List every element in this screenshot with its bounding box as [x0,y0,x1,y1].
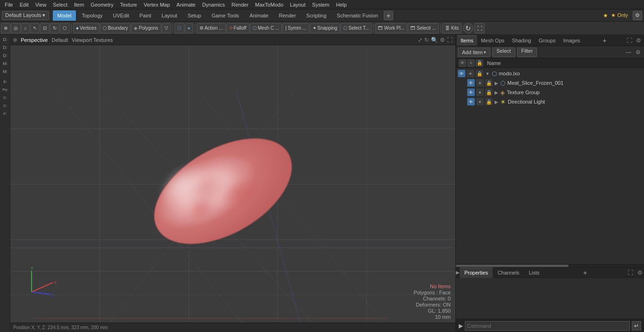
menu-render[interactable]: Render [229,1,251,8]
menu-vertex-map[interactable]: Vertex Map [141,1,173,8]
items-collapse-icon[interactable]: — [624,48,633,57]
tab-channels[interactable]: Channels [493,267,524,278]
texture-render-icon[interactable]: 🔒 [485,89,493,96]
add-lower-tab-button[interactable]: + [581,269,589,276]
vis-icon-2[interactable]: + [467,59,475,67]
menu-edit[interactable]: Edit [17,1,32,8]
menu-maxtomodo[interactable]: MaxToModo [252,1,286,8]
panel-settings-icon[interactable]: ⚙ [635,36,643,45]
meat-lock-icon[interactable]: + [476,79,484,87]
tab-properties[interactable]: Properties [460,267,493,278]
tab-lists[interactable]: Lists [524,267,545,278]
tab-schematic-fusion[interactable]: Schematic Fusion [332,10,382,21]
sidebar-item-4[interactable]: M: [0,68,10,75]
tab-groups[interactable]: Groups [535,35,559,46]
tab-images[interactable]: Images [560,35,584,46]
menu-file[interactable]: File [2,1,16,8]
viewport-icon-zoom[interactable]: 🔍 [431,37,438,43]
command-submit-button[interactable]: ↵ [632,321,641,331]
vertices-button[interactable]: ● ⬜ VerticesVertices [73,23,99,33]
falloff-button[interactable]: ⟳ Falloff [226,23,249,33]
panel-expand-icon[interactable]: ⛶ [625,36,634,45]
tab-uvedit[interactable]: UVEdit [108,10,134,21]
sidebar-item-8[interactable]: C: [0,102,10,109]
menu-dynamics[interactable]: Dynamics [199,1,228,8]
light-vis-icon[interactable]: 👁 [467,98,475,105]
work-plane-button[interactable]: 🗔 Work Pl... [375,23,407,33]
tree-item-meat[interactable]: 👁 + 🔒 ▶ ⬡ Meat_Slice_Frozen_001 [456,78,644,88]
tab-topology[interactable]: Topology [77,10,107,21]
tool-snap[interactable]: ⊕ [1,23,10,33]
light-render-icon[interactable]: 🔒 [485,98,493,105]
tree-item-texture[interactable]: 👁 + 🔒 ▶ ◈ Texture Group [456,88,644,97]
meat-render-icon[interactable]: 🔒 [485,79,493,87]
menu-help[interactable]: Help [333,1,350,8]
tab-game-tools[interactable]: Game Tools [207,10,244,21]
selection-sets-button[interactable]: 🗔 Selecti ... [408,23,439,33]
lower-expand-icon[interactable]: ⛶ [626,268,635,277]
lower-settings-icon[interactable]: ⚙ [636,268,644,277]
tool-poly1[interactable]: ⬡ [174,23,184,33]
tree-item-modo[interactable]: 👁 + 🔒 ▼ ⬡ modo.lxo [456,69,644,78]
props-collapse-icon[interactable]: ▶ [456,267,460,278]
modo-vis-icon[interactable]: 👁 [458,70,465,77]
sidebar-item-0[interactable]: D: [0,36,10,43]
viewport-tab-default[interactable]: Default [51,37,68,43]
menu-select[interactable]: Select [50,1,70,8]
vis-icon-3[interactable]: 🔒 [476,59,483,67]
modo-render-icon[interactable]: 🔒 [476,70,483,77]
light-lock-icon[interactable]: + [476,98,484,105]
rotate-viewport-icon[interactable]: ↻ [463,23,473,33]
layouts-dropdown[interactable]: Default Layouts ▾ [2,11,49,20]
sidebar-item-1[interactable]: D: [0,44,10,51]
tab-setup[interactable]: Setup [183,10,206,21]
items-settings-icon[interactable]: ⚙ [634,48,642,57]
select-button[interactable]: Select [492,48,515,57]
texture-expand-arrow[interactable]: ▶ [495,90,498,95]
sidebar-item-7[interactable]: C: [0,94,10,101]
tab-animate[interactable]: Animate [245,10,273,21]
tab-shading[interactable]: Shading [508,35,535,46]
modo-expand-arrow[interactable]: ▼ [485,71,490,76]
tree-item-light[interactable]: 👁 + 🔒 ▶ ☀ Directional Light [456,97,644,106]
meat-vis-icon[interactable]: 👁 [467,79,475,87]
tool-select-arrow[interactable]: ↖ [30,23,40,33]
menu-item[interactable]: Item [71,1,87,8]
tool-home[interactable]: ⌂ [21,23,30,33]
boundary-button[interactable]: ⬡ Boundary [100,23,131,33]
layout-settings-icon[interactable]: ⚙ [633,11,642,20]
action-button[interactable]: ⚙ Action ... [197,23,226,33]
sidebar-item-6[interactable]: Po: [0,86,10,93]
mesh-button[interactable]: ⬡ Mesh C ... [250,23,282,33]
add-panel-tab-button[interactable]: + [601,37,608,44]
tool-dot[interactable]: ● [185,23,193,33]
tab-mesh-ops[interactable]: Mesh Ops [477,35,508,46]
viewport-icon-settings[interactable]: ⚙ [440,37,445,43]
sidebar-item-5[interactable]: E: [0,78,10,85]
tab-paint[interactable]: Paint [135,10,156,21]
viewport-icon-move[interactable]: ⤢ [418,37,422,43]
tool-transform[interactable]: ⊡ [40,23,50,33]
texture-lock-icon[interactable]: + [476,89,484,96]
menu-texture[interactable]: Texture [117,1,140,8]
sidebar-item-9[interactable]: F: [0,110,10,117]
viewport-tab-textures[interactable]: Viewport Textures [72,37,113,43]
select-tool-button[interactable]: ⬡ Select T... [340,23,372,33]
add-layout-button[interactable]: + [384,11,393,20]
tab-items[interactable]: Items [457,35,477,46]
polygons-button[interactable]: ◈ Polygons [131,23,161,33]
filter-button[interactable]: Filter [517,48,537,57]
viewport-tab-perspective[interactable]: Perspective [21,37,48,43]
snapping-button[interactable]: ✦ Snapping [310,23,340,33]
vis-icon-1[interactable]: 👁 [459,59,466,67]
add-item-button[interactable]: Add Item ▾ [458,48,490,57]
sidebar-item-3[interactable]: M: [0,60,10,67]
maximize-viewport-icon[interactable]: ⛶ [474,23,485,33]
tab-model[interactable]: Model [53,10,76,21]
modo-lock-icon[interactable]: + [467,70,474,77]
symmetry-button[interactable]: | Symm ... [282,23,309,33]
tool-circle[interactable]: ◎ [11,23,21,33]
mode-dropdown[interactable]: ▽ [162,23,171,33]
menu-view[interactable]: View [33,1,50,8]
command-input[interactable] [465,321,630,331]
